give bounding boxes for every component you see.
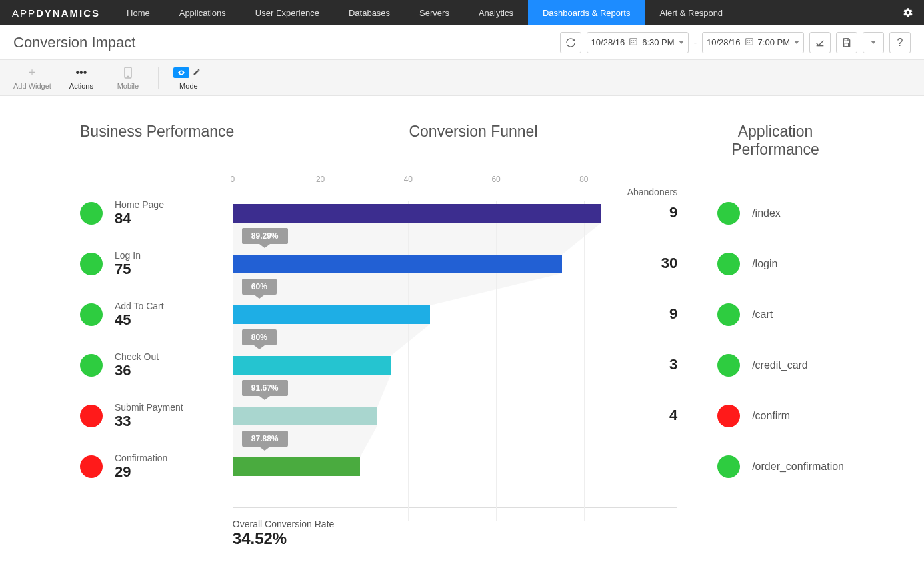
x-tick: 40 [404, 175, 413, 184]
path-label: /credit_card [752, 359, 808, 371]
help-button[interactable]: ? [889, 32, 911, 53]
mode-toggle[interactable]: Mode [172, 66, 205, 90]
stage-label: Home Page [115, 199, 164, 210]
path-label: /cart [752, 309, 773, 321]
calendar-icon [629, 37, 638, 48]
svg-rect-0 [630, 39, 637, 45]
date-to-picker[interactable]: 10/28/16 7:00 PM [702, 32, 804, 53]
funnel-bar[interactable] [233, 356, 391, 375]
mode-label: Mode [179, 82, 198, 90]
status-dot [80, 455, 103, 478]
date-to: 10/28/16 [707, 37, 741, 47]
abandon-value: 30 [661, 255, 677, 272]
funnel-bar[interactable] [233, 255, 562, 273]
stage-value: 75 [115, 261, 141, 278]
date-range-separator: - [694, 37, 697, 47]
application-row: /login [717, 239, 844, 289]
application-row: /confirm [717, 391, 844, 441]
conversion-percent-pill: 87.88% [242, 431, 288, 447]
gridline [584, 201, 585, 521]
svg-rect-5 [633, 42, 635, 43]
business-row: Home Page84 [80, 188, 233, 239]
status-dot [717, 253, 740, 275]
stage-value: 84 [115, 210, 164, 227]
page-title: Conversion Impact [13, 34, 135, 51]
business-row: Confirmation29 [80, 441, 233, 492]
funnel-bar[interactable] [233, 204, 601, 223]
status-dot [717, 202, 740, 225]
svg-rect-11 [749, 42, 750, 43]
conversion-percent-pill: 80% [242, 329, 277, 345]
section-headings: Business Performance Conversion Funnel A… [80, 123, 844, 159]
nav-item-databases[interactable]: Databases [334, 0, 405, 25]
gridline [408, 201, 409, 521]
business-text: Log In75 [115, 250, 141, 278]
status-dot [80, 354, 103, 377]
date-from: 10/28/16 [591, 37, 625, 47]
add-widget-label: Add Widget [13, 82, 51, 90]
nav-item-home[interactable]: Home [112, 0, 165, 25]
path-label: /login [752, 258, 777, 270]
svg-point-15 [127, 76, 129, 77]
nav-item-analytics[interactable]: Analytics [464, 0, 528, 25]
svg-rect-6 [745, 39, 753, 45]
stage-label: Submit Payment [115, 402, 183, 413]
logo-right: DYNAMICS [36, 7, 100, 19]
gridline [496, 201, 497, 521]
business-text: Check Out36 [115, 351, 159, 379]
chart-body: Abandoners 989.29%3060%980%391.67%487.88… [233, 188, 677, 508]
nav-item-alert-respond[interactable]: Alert & Respond [645, 0, 737, 25]
save-button[interactable] [836, 32, 857, 53]
chevron-down-icon [871, 41, 876, 44]
stage-value: 29 [115, 463, 167, 481]
svg-rect-10 [747, 42, 748, 43]
svg-rect-13 [845, 43, 848, 46]
confirm-button[interactable] [809, 32, 831, 53]
stage-label: Confirmation [115, 453, 167, 463]
svg-rect-4 [631, 42, 633, 43]
nav-items: HomeApplicationsUser ExperienceDatabases… [112, 0, 737, 25]
business-text: Home Page84 [115, 199, 164, 227]
overall-conversion: Overall Conversion Rate 34.52% [233, 519, 677, 548]
status-dot [80, 303, 103, 326]
abandon-value: 9 [669, 204, 677, 221]
mobile-label: Mobile [117, 82, 139, 90]
abandoners-label: Abandoners [627, 187, 678, 197]
conversion-percent-pill: 91.67% [242, 380, 288, 396]
nav-item-servers[interactable]: Servers [405, 0, 464, 25]
view-mode-icon [173, 66, 204, 79]
date-from-picker[interactable]: 10/28/16 6:30 PM [587, 32, 689, 53]
funnel-bar[interactable] [233, 457, 360, 476]
more-options-button[interactable] [863, 32, 884, 53]
svg-rect-1 [631, 40, 633, 41]
actions-button[interactable]: ••• Actions [65, 66, 98, 90]
subheader-controls: 10/28/16 6:30 PM - 10/28/16 7:00 PM ? [560, 32, 911, 53]
calendar-icon [745, 37, 754, 48]
path-label: /confirm [752, 410, 790, 422]
settings-gear-icon[interactable] [892, 0, 924, 25]
application-row: /credit_card [717, 340, 844, 391]
path-label: /order_confirmation [752, 461, 844, 473]
path-label: /index [752, 207, 781, 219]
add-widget-button[interactable]: ＋ Add Widget [13, 66, 51, 90]
business-text: Submit Payment33 [115, 402, 183, 430]
logo-left: APP [12, 7, 36, 19]
business-row: Log In75 [80, 239, 233, 289]
business-row: Submit Payment33 [80, 391, 233, 441]
conversion-percent-pill: 89.29% [242, 228, 288, 244]
funnel-shade [233, 273, 562, 305]
status-dot [717, 303, 740, 326]
mobile-button[interactable]: Mobile [111, 66, 145, 90]
funnel-bar[interactable] [233, 305, 430, 324]
business-text: Confirmation29 [115, 453, 167, 481]
nav-item-user-experience[interactable]: User Experience [241, 0, 334, 25]
overall-value: 34.52% [233, 529, 677, 548]
refresh-button[interactable] [560, 32, 581, 53]
application-performance-column: /index/login/cart/credit_card/confirm/or… [677, 175, 844, 548]
nav-item-dashboards-reports[interactable]: Dashboards & Reports [528, 0, 645, 25]
dashboard-toolbar: ＋ Add Widget ••• Actions Mobile Mode [0, 60, 924, 96]
stage-label: Check Out [115, 351, 159, 362]
funnel-bar[interactable] [233, 407, 377, 425]
svg-rect-8 [749, 40, 750, 41]
nav-item-applications[interactable]: Applications [165, 0, 241, 25]
